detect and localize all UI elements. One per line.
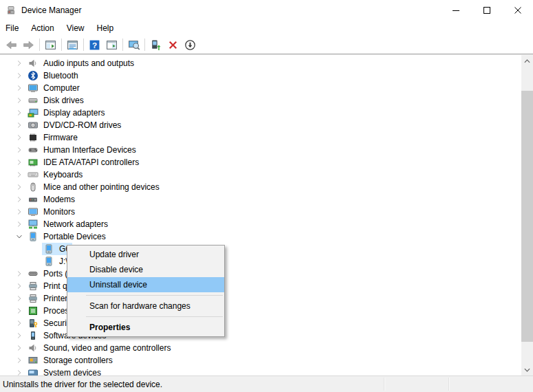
tree-item-content[interactable]: Portable Devices: [26, 230, 108, 243]
speaker-icon: [28, 58, 39, 69]
chevron-right-icon[interactable]: [16, 144, 23, 155]
context-menu-item-scan-for-hardware-changes[interactable]: Scan for hardware changes: [67, 298, 224, 314]
close-button[interactable]: [502, 0, 533, 21]
tree-item-sound-video-and-game-controllers[interactable]: Sound, video and game controllers: [0, 342, 533, 354]
chevron-right-icon[interactable]: [16, 367, 23, 375]
chevron-right-icon[interactable]: [16, 281, 23, 292]
update-driver-button[interactable]: [147, 37, 164, 53]
chevron-right-icon[interactable]: [16, 157, 23, 168]
chevron-right-icon[interactable]: [16, 293, 23, 304]
action-pane-button[interactable]: [103, 37, 120, 53]
tree-item-content[interactable]: Print q: [26, 280, 69, 292]
tree-item-firmware[interactable]: Firmware: [0, 131, 533, 144]
chevron-right-icon[interactable]: [16, 58, 23, 69]
tree-item-modems[interactable]: Modems: [0, 193, 533, 206]
menu-file[interactable]: File: [0, 21, 25, 35]
context-menu-item-disable-device[interactable]: Disable device: [67, 262, 224, 277]
scrollbar-thumb[interactable]: [521, 91, 533, 342]
tree-item-keyboards[interactable]: Keyboards: [0, 168, 533, 181]
tree-item-content[interactable]: Human Interface Devices: [26, 144, 138, 156]
chevron-right-icon[interactable]: [16, 182, 23, 193]
tree-item-human-interface-devices[interactable]: Human Interface Devices: [0, 144, 533, 156]
chevron-right-icon[interactable]: [16, 355, 23, 366]
scrollbar-down-button[interactable]: [521, 364, 533, 375]
tree-item-content[interactable]: Monitors: [26, 206, 77, 218]
chevron-right-icon[interactable]: [16, 95, 23, 106]
tree-item-monitors[interactable]: Monitors: [0, 206, 533, 218]
tree-item-content[interactable]: Network adapters: [26, 218, 110, 230]
chevron-right-icon[interactable]: [16, 330, 23, 341]
menu-help[interactable]: Help: [91, 21, 120, 35]
chevron-right-icon[interactable]: [16, 318, 23, 329]
tree-item-portable-devices[interactable]: Portable Devices: [0, 230, 533, 243]
back-button[interactable]: [3, 37, 20, 53]
context-menu-item-label: Scan for hardware changes: [89, 301, 191, 311]
tree-item-system-devices[interactable]: System devices: [0, 367, 533, 375]
chevron-right-icon[interactable]: [16, 107, 23, 118]
tree-item-content[interactable]: Proces: [26, 305, 71, 317]
scrollbar-up-button[interactable]: [521, 55, 533, 67]
chevron-right-icon[interactable]: [16, 132, 23, 143]
tree-item-content[interactable]: Ports (: [26, 268, 69, 280]
chevron-right-icon[interactable]: [16, 268, 23, 279]
tree-item-label: Mice and other pointing devices: [43, 181, 160, 193]
tree-item-content[interactable]: Audio inputs and outputs: [26, 57, 136, 69]
show-console-tree-button[interactable]: [42, 37, 59, 53]
chevron-right-icon[interactable]: [16, 70, 23, 81]
chevron-right-icon[interactable]: [16, 194, 23, 205]
chevron-right-icon[interactable]: [16, 83, 23, 94]
maximize-button[interactable]: [471, 0, 502, 21]
menu-view[interactable]: View: [61, 21, 91, 35]
tree-item-content[interactable]: Printer: [26, 292, 69, 305]
uninstall-device-button[interactable]: [164, 37, 182, 53]
tree-item-storage-controllers[interactable]: Storage controllers: [0, 354, 533, 367]
chevron-right-icon[interactable]: [16, 305, 23, 316]
device-manager-window: Device Manager FileActionViewHelp ? Audi…: [0, 0, 533, 392]
tree-item-content[interactable]: DVD/CD-ROM drives: [26, 119, 123, 131]
chevron-right-icon[interactable]: [16, 219, 23, 230]
tree-item-content[interactable]: Computer: [26, 82, 82, 94]
tree-item-content[interactable]: J:\: [42, 255, 70, 268]
help-icon: ?: [89, 39, 100, 51]
forward-button[interactable]: [20, 37, 37, 53]
tree-item-mice-and-other-pointing-devices[interactable]: Mice and other pointing devices: [0, 181, 533, 193]
tree-item-content[interactable]: Storage controllers: [26, 354, 115, 367]
chevron-right-icon[interactable]: [16, 120, 23, 131]
tree-item-content[interactable]: Firmware: [26, 131, 80, 144]
tree-item-dvd-cd-rom-drives[interactable]: DVD/CD-ROM drives: [0, 119, 533, 131]
context-menu: Update driverDisable deviceUninstall dev…: [67, 245, 225, 337]
tree-item-audio-inputs-and-outputs[interactable]: Audio inputs and outputs: [0, 57, 533, 69]
tree-item-content[interactable]: Sound, video and game controllers: [26, 342, 173, 354]
disable-device-button[interactable]: [182, 37, 199, 53]
tree-item-label: System devices: [43, 367, 101, 375]
minimize-button[interactable]: [440, 0, 471, 21]
tree-item-network-adapters[interactable]: Network adapters: [0, 218, 533, 230]
tree-item-content[interactable]: Bluetooth: [26, 69, 80, 82]
chevron-right-icon[interactable]: [16, 206, 23, 217]
chevron-right-icon[interactable]: [16, 169, 23, 180]
tree-item-disk-drives[interactable]: Disk drives: [0, 94, 533, 107]
disable-icon: [184, 39, 196, 51]
tree-item-content[interactable]: Mice and other pointing devices: [26, 181, 162, 193]
tree-item-content[interactable]: Modems: [26, 193, 77, 206]
tree-item-ide-ata-atapi-controllers[interactable]: IDE ATA/ATAPI controllers: [0, 156, 533, 168]
context-menu-item-update-driver[interactable]: Update driver: [67, 247, 224, 262]
context-menu-item-properties[interactable]: Properties: [67, 320, 224, 335]
scan-hardware-button[interactable]: [125, 37, 142, 53]
chevron-down-icon[interactable]: [16, 231, 23, 242]
tree-item-computer[interactable]: Computer: [0, 82, 533, 94]
properties-button[interactable]: [64, 37, 81, 53]
tree-item-bluetooth[interactable]: Bluetooth: [0, 69, 533, 82]
tree-item-content[interactable]: Securit: [26, 317, 71, 329]
tree-item-content[interactable]: Disk drives: [26, 94, 86, 107]
tree-item-display-adapters[interactable]: Display adapters: [0, 107, 533, 119]
scrollbar-track[interactable]: [521, 55, 533, 375]
tree-item-content[interactable]: Display adapters: [26, 107, 107, 119]
tree-item-content[interactable]: IDE ATA/ATAPI controllers: [26, 156, 141, 168]
menu-action[interactable]: Action: [25, 21, 60, 35]
context-menu-item-uninstall-device[interactable]: Uninstall device: [67, 277, 224, 292]
chevron-right-icon[interactable]: [16, 342, 23, 353]
tree-item-content[interactable]: Keyboards: [26, 168, 85, 181]
tree-item-content[interactable]: System devices: [26, 367, 103, 375]
help-button[interactable]: ?: [86, 37, 103, 53]
